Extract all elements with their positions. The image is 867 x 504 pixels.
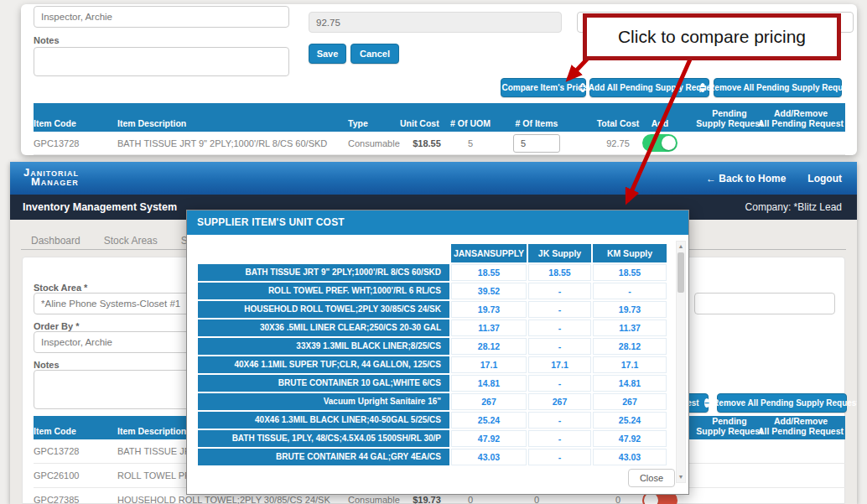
item-count-cell	[508, 132, 565, 154]
header-items: # Of Items	[508, 118, 565, 128]
supplier-row: 40X46 1.1MIL SUPER TUF;CLR, 44 GALLON, 1…	[198, 356, 667, 373]
back-to-home-link[interactable]: ← Back to Home	[706, 173, 786, 184]
price-km-supply: 25.24	[593, 412, 667, 429]
supplier-item-name: 40X46 1.1MIL SUPER TUF;CLR, 44 GALLON, 1…	[198, 356, 449, 373]
item-type: Consumable	[348, 132, 400, 154]
header-type: Type	[348, 118, 400, 128]
modal-scrollbar[interactable]: ▲ ▼	[676, 241, 686, 483]
price-km-supply: 43.03	[593, 449, 667, 465]
scrollbar-thumb[interactable]	[678, 252, 684, 293]
price-km-supply: 19.73	[593, 301, 667, 318]
supplier-item-name: ROLL TOWEL PREF. WHT;1000'/RL 6 RL/CS	[198, 283, 449, 299]
callout-box: Click to compare pricing	[583, 13, 841, 60]
remove-all-pending-button[interactable]: − Remove All Pending Supply Request	[714, 78, 842, 97]
add-all-pending-button[interactable]: + Add All Pending Supply Request	[589, 78, 709, 97]
notes-textarea[interactable]	[34, 47, 289, 76]
price-jk-supply: -	[528, 430, 591, 447]
price-jansansupply: 43.03	[451, 449, 527, 465]
supplier-item-name: 30X36 .5MIL LINER CLEAR;250/CS 20-30 GAL	[198, 320, 449, 336]
item-code: GPC27385	[34, 488, 113, 504]
price-jansansupply: 19.73	[451, 301, 527, 318]
header-add: Add	[639, 118, 681, 128]
scroll-down-icon[interactable]: ▼	[677, 472, 685, 482]
system-title: Inventory Management System	[23, 201, 177, 213]
price-km-supply: 47.92	[593, 430, 667, 447]
cancel-button[interactable]: Cancel	[350, 44, 399, 64]
modal-title: SUPPLIER ITEM'S UNIT COST	[187, 210, 688, 235]
items-table: Item Code Item Description Type Unit Cos…	[34, 103, 845, 155]
price-km-supply: 17.1	[593, 356, 667, 373]
compare-items-prices-button[interactable]: $ Compare Item's Prices	[501, 78, 586, 97]
supplier-row: BATH TISSUE, 1PLY, 48/CS;4.5X4.05 1500SH…	[198, 430, 667, 447]
close-button[interactable]: Close	[628, 469, 675, 487]
supplier-row: ROLL TOWEL PREF. WHT;1000'/RL 6 RL/CS 39…	[198, 283, 667, 299]
remove-circle-icon: −	[704, 398, 709, 408]
price-jansansupply: 11.37	[451, 320, 527, 336]
supplier-row: BATH TISSUE JRT 9" 2PLY;1000'/RL 8/CS 60…	[198, 264, 667, 281]
item-code: GPC13728	[34, 132, 113, 154]
supplier-item-name: Vacuum Upright Sanitaire 16"	[198, 393, 449, 410]
header-item-code: Item Code	[34, 426, 113, 436]
notes-label: Notes	[34, 35, 60, 45]
price-jansansupply: 267	[451, 393, 527, 410]
header-uom: # Of UOM	[444, 118, 496, 128]
price-km-supply: 18.55	[593, 264, 667, 281]
supplier-table-header: JANSANSUPPLY JK Supply KM Supply	[198, 244, 667, 262]
price-jk-supply: 17.1	[528, 356, 591, 373]
stock-area-label: Stock Area *	[34, 283, 87, 293]
price-jk-supply: -	[528, 338, 591, 355]
price-jk-supply: -	[528, 301, 591, 318]
item-count-input[interactable]	[513, 134, 560, 153]
price-jansansupply: 14.81	[451, 375, 527, 392]
supplier-item-name: BRUTE CONTAINER 10 GAL;WHITE 6/CS	[198, 375, 449, 392]
remove-all-label: Remove All Pending Supply Request	[709, 83, 855, 92]
price-jansansupply: 25.24	[451, 412, 527, 429]
logout-link[interactable]: Logout	[807, 173, 842, 184]
scroll-up-icon[interactable]: ▲	[677, 242, 685, 252]
table-row: GPC13728 BATH TISSUE JRT 9" 2PLY;1000'/R…	[34, 132, 845, 155]
price-km-supply: 14.81	[593, 375, 667, 392]
price-jk-supply: -	[528, 320, 591, 336]
price-jk-supply: 18.55	[528, 264, 591, 281]
price-jk-supply: -	[528, 412, 591, 429]
header-item-description: Item Description	[117, 118, 340, 128]
supplier-row: 40X46 1.3MIL BLACK LINER;40-50GAL 5/25/C…	[198, 412, 667, 429]
remove-circle-icon: −	[700, 83, 705, 92]
total-cost-field: 92.75	[309, 12, 562, 33]
price-jansansupply: 28.12	[451, 338, 527, 355]
supplier-row: 33X39 1.3MIL BLACK LINER;8/25/CS 28.12 -…	[198, 338, 667, 355]
price-jansansupply: 18.55	[451, 264, 527, 281]
item-code: GPC26100	[34, 464, 113, 487]
supplier-row: BRUTE CONTAINER 10 GAL;WHITE 6/CS 14.81 …	[198, 375, 667, 392]
item-code: GPC13728	[34, 439, 113, 463]
notes-label: Notes	[34, 360, 60, 370]
price-jansansupply: 17.1	[451, 356, 527, 373]
add-toggle[interactable]	[642, 134, 678, 152]
partial-right-field[interactable]	[694, 293, 835, 314]
tab-stock-areas[interactable]: Stock Areas	[104, 235, 158, 247]
back-arrow-icon: ←	[706, 173, 716, 184]
toggle-knob	[662, 136, 676, 150]
save-button[interactable]: Save	[309, 44, 346, 64]
header-jk-supply: JK Supply	[528, 244, 591, 262]
remove-all-pending-button[interactable]: − Remove All Pending Supply Request	[717, 393, 847, 413]
price-jk-supply: 267	[528, 393, 591, 410]
add-circle-icon: +	[580, 83, 585, 92]
order-by-input[interactable]	[34, 6, 289, 28]
header-jansansupply: JANSANSUPPLY	[451, 244, 527, 262]
header-km-supply: KM Supply	[593, 244, 667, 262]
order-by-label: Order By *	[34, 321, 79, 331]
supplier-item-name: BRUTE CONTAINER 44 GAL;GRY 4EA/CS	[198, 449, 449, 465]
add-toggle-cell	[639, 132, 681, 154]
supplier-item-name: HOUSEHOLD ROLL TOWEL;2PLY 30/85/CS 24/SK	[198, 301, 449, 318]
company-label: Company: *Blitz Lead	[745, 201, 842, 213]
supplier-rows: BATH TISSUE JRT 9" 2PLY;1000'/RL 8/CS 60…	[198, 264, 667, 465]
supplier-item-name: BATH TISSUE, 1PLY, 48/CS;4.5X4.05 1500SH…	[198, 430, 449, 447]
tab-dashboard[interactable]: Dashboard	[31, 235, 80, 247]
supplier-row: HOUSEHOLD ROLL TOWEL;2PLY 30/85/CS 24/SK…	[198, 301, 667, 318]
item-total-cost: 92.75	[592, 132, 644, 154]
header-item-code: Item Code	[34, 118, 113, 128]
price-jk-supply: -	[528, 283, 591, 299]
price-km-supply: 28.12	[593, 338, 667, 355]
supplier-cost-table: JANSANSUPPLY JK Supply KM Supply BATH TI…	[198, 244, 667, 465]
